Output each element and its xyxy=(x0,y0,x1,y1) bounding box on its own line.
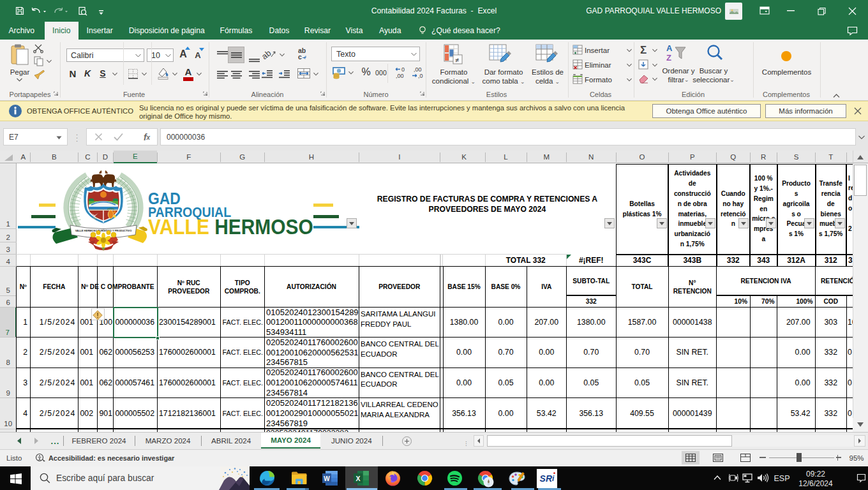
svg-text:≠: ≠ xyxy=(455,56,459,64)
svg-text:A: A xyxy=(666,43,673,53)
svg-text:,00: ,00 xyxy=(396,73,404,79)
svg-text:Z: Z xyxy=(666,53,671,63)
svg-text:W: W xyxy=(324,475,330,482)
svg-text:X: X xyxy=(355,475,360,482)
svg-text:c: c xyxy=(298,53,302,61)
svg-text:0: 0 xyxy=(401,66,405,73)
svg-text:VALLE HERMOSO TURÍSTICO Y PROD: VALLE HERMOSO TURÍSTICO Y PRODUCTIVO xyxy=(75,229,132,232)
